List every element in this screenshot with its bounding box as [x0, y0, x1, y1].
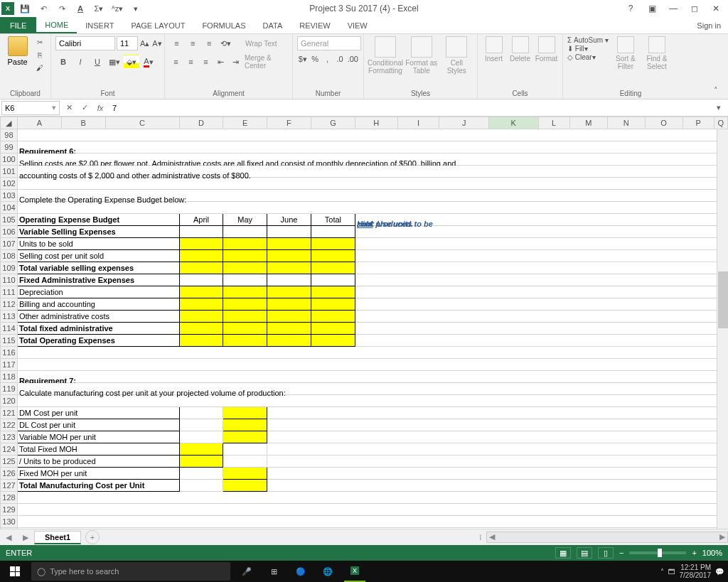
name-box[interactable]: K6▾: [1, 101, 60, 115]
col-header[interactable]: G: [311, 117, 355, 129]
taskbar-clock[interactable]: 12:21 PM7/28/2017: [680, 564, 712, 579]
autosum-button[interactable]: Σ AutoSum ▾: [567, 36, 609, 44]
zoom-level[interactable]: 100%: [702, 549, 722, 557]
tray-up-icon[interactable]: ˄: [660, 568, 664, 576]
indent-dec-icon[interactable]: ⇤: [214, 55, 228, 69]
underline-button[interactable]: U: [90, 55, 105, 69]
format-painter-icon[interactable]: 🖌: [33, 62, 46, 73]
currency-icon[interactable]: $▾: [297, 52, 308, 66]
col-header[interactable]: J: [439, 117, 488, 129]
tab-formulas[interactable]: FORMULAS: [193, 17, 254, 33]
align-left-icon[interactable]: ≡: [169, 55, 183, 69]
task-view-icon[interactable]: ⊞: [263, 561, 284, 582]
align-right-icon[interactable]: ≡: [199, 55, 213, 69]
minimize-icon[interactable]: —: [664, 1, 682, 16]
qat-icon[interactable]: ᴬz▾: [109, 1, 125, 16]
redo-icon[interactable]: ↷: [54, 1, 70, 16]
taskbar-app-icon[interactable]: 🔵: [290, 561, 311, 582]
align-bottom-icon[interactable]: ≡: [202, 36, 217, 50]
sheet-tab[interactable]: Sheet1: [34, 531, 81, 544]
col-header[interactable]: A: [17, 117, 61, 129]
col-header[interactable]: F: [267, 117, 311, 129]
grow-font-icon[interactable]: A▴: [139, 36, 150, 50]
qat-dropdown-icon[interactable]: ▾: [128, 1, 144, 16]
paste-button[interactable]: Paste: [4, 36, 31, 66]
tab-file[interactable]: FILE: [0, 17, 36, 33]
col-header[interactable]: Q: [714, 117, 727, 129]
taskbar-app-icon[interactable]: 🌐: [317, 561, 338, 582]
copy-icon[interactable]: ⎘: [33, 49, 46, 60]
notification-icon[interactable]: 💬: [715, 568, 724, 576]
align-top-icon[interactable]: ≡: [169, 36, 184, 50]
cancel-formula-icon[interactable]: ✕: [61, 101, 77, 115]
tab-insert[interactable]: INSERT: [77, 17, 122, 33]
col-header[interactable]: O: [645, 117, 682, 129]
find-select-button[interactable]: Find & Select: [643, 36, 671, 70]
italic-button[interactable]: I: [73, 55, 88, 69]
wrap-text-button[interactable]: Wrap Text: [234, 36, 288, 50]
merge-center-button[interactable]: Merge & Center: [244, 55, 288, 69]
zoom-out-icon[interactable]: −: [619, 549, 623, 557]
col-header[interactable]: C: [105, 117, 179, 129]
comma-icon[interactable]: ,: [322, 52, 333, 66]
col-header[interactable]: B: [61, 117, 105, 129]
col-header[interactable]: M: [569, 117, 607, 129]
qat-icon[interactable]: A: [73, 1, 88, 16]
align-center-icon[interactable]: ≡: [184, 55, 198, 69]
ribbon-options-icon[interactable]: ▣: [643, 1, 661, 16]
cell-styles-button[interactable]: Cell Styles: [441, 36, 473, 75]
font-name-select[interactable]: [55, 36, 115, 50]
undo-icon[interactable]: ↶: [36, 1, 51, 16]
tray-battery-icon[interactable]: 🗔: [668, 568, 675, 576]
tab-pagelayout[interactable]: PAGE LAYOUT: [122, 17, 193, 33]
start-button[interactable]: [4, 561, 26, 582]
zoom-in-icon[interactable]: +: [692, 549, 696, 557]
taskbar-search[interactable]: ◯ Type here to search: [31, 562, 230, 581]
sort-filter-button[interactable]: Sort & Filter: [611, 36, 640, 70]
close-icon[interactable]: ✕: [707, 1, 725, 16]
col-header[interactable]: N: [607, 117, 645, 129]
enter-formula-icon[interactable]: ✓: [77, 101, 92, 115]
indent-inc-icon[interactable]: ⇥: [229, 55, 242, 69]
sheet-nav-prev-icon[interactable]: ◀: [0, 533, 17, 542]
percent-icon[interactable]: %: [309, 52, 320, 66]
save-icon[interactable]: 💾: [17, 1, 33, 16]
col-header[interactable]: H: [355, 117, 397, 129]
fill-color-button[interactable]: ⬙▾: [124, 55, 139, 69]
dec-decimal-icon[interactable]: .00: [347, 52, 359, 66]
tab-review[interactable]: REVIEW: [291, 17, 338, 33]
expand-formula-icon[interactable]: ▾: [711, 101, 727, 115]
taskbar-excel-icon[interactable]: X: [344, 561, 365, 582]
qat-icon[interactable]: Σ▾: [91, 1, 107, 16]
number-format-select[interactable]: [297, 36, 361, 50]
tab-data[interactable]: DATA: [255, 17, 291, 33]
zoom-slider[interactable]: [629, 551, 686, 554]
format-as-table-button[interactable]: Format as Table: [405, 36, 438, 75]
format-cells-button[interactable]: Format: [535, 36, 558, 63]
fill-button[interactable]: ⬇ Fill▾: [567, 45, 609, 53]
select-all-corner[interactable]: ◢: [1, 117, 18, 129]
horizontal-scrollbar[interactable]: ◀ ▶: [486, 532, 728, 543]
inc-decimal-icon[interactable]: .0: [334, 52, 345, 66]
vertical-scrollbar[interactable]: [717, 129, 728, 529]
tab-home[interactable]: HOME: [36, 17, 77, 33]
cut-icon[interactable]: ✂: [33, 36, 46, 48]
col-header[interactable]: D: [179, 117, 223, 129]
help-icon[interactable]: ?: [621, 1, 640, 16]
collapse-ribbon-icon[interactable]: ˄: [714, 86, 725, 97]
insert-cells-button[interactable]: Insert: [482, 36, 505, 63]
col-header[interactable]: K: [488, 117, 538, 129]
border-button[interactable]: ▦▾: [107, 55, 122, 69]
formula-input[interactable]: [108, 101, 711, 115]
clear-button[interactable]: ◇ Clear▾: [567, 53, 609, 61]
cortana-icon[interactable]: 🎤: [236, 561, 257, 582]
tab-view[interactable]: VIEW: [339, 17, 376, 33]
sheet-nav-next-icon[interactable]: ▶: [17, 533, 34, 542]
maximize-icon[interactable]: ◻: [685, 1, 704, 16]
signin-link[interactable]: Sign in: [690, 17, 728, 33]
conditional-formatting-button[interactable]: Conditional Formatting: [368, 36, 402, 75]
font-size-select[interactable]: [117, 36, 138, 50]
orientation-icon[interactable]: ⟲▾: [218, 36, 233, 50]
view-normal-icon[interactable]: ▦: [555, 547, 571, 559]
add-sheet-button[interactable]: +: [85, 530, 100, 544]
